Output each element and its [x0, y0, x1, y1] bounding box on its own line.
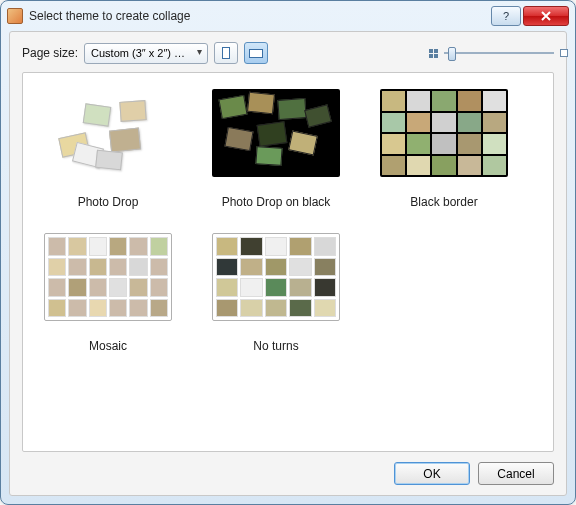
theme-thumbnail [44, 233, 172, 321]
orientation-landscape-button[interactable] [244, 42, 268, 64]
theme-thumbnail [44, 89, 172, 177]
orientation-portrait-button[interactable] [214, 42, 238, 64]
app-icon [7, 8, 23, 24]
theme-label: Photo Drop [33, 195, 183, 209]
close-icon [540, 11, 552, 21]
theme-no-turns[interactable]: No turns [201, 233, 351, 353]
window-title: Select theme to create collage [29, 9, 489, 23]
theme-mosaic[interactable]: Mosaic [33, 233, 183, 353]
theme-thumbnail [212, 233, 340, 321]
theme-label: Photo Drop on black [201, 195, 351, 209]
theme-photo-drop[interactable]: Photo Drop [33, 89, 183, 209]
page-size-combo[interactable]: Custom (3″ x 2″) … [84, 43, 208, 64]
thumbnail-size-slider[interactable] [444, 44, 554, 62]
theme-black-border[interactable]: Black border [369, 89, 519, 209]
client-area: Page size: Custom (3″ x 2″) … [9, 31, 567, 496]
theme-label: No turns [201, 339, 351, 353]
title-bar: Select theme to create collage ? [1, 1, 575, 31]
toolbar: Page size: Custom (3″ x 2″) … [22, 42, 554, 64]
landscape-icon [249, 49, 263, 58]
cancel-button[interactable]: Cancel [478, 462, 554, 485]
portrait-icon [222, 47, 230, 59]
ok-button[interactable]: OK [394, 462, 470, 485]
page-size-label: Page size: [22, 46, 78, 60]
theme-thumbnail [212, 89, 340, 177]
dialog-window: Select theme to create collage ? Page si… [0, 0, 576, 505]
theme-photo-drop-on-black[interactable]: Photo Drop on black [201, 89, 351, 209]
page-size-value: Custom (3″ x 2″) … [91, 47, 185, 59]
themes-panel: Photo Drop [22, 72, 554, 452]
large-thumb-icon [560, 49, 568, 57]
theme-label: Mosaic [33, 339, 183, 353]
theme-label: Black border [369, 195, 519, 209]
dialog-footer: OK Cancel [22, 452, 554, 485]
close-button[interactable] [523, 6, 569, 26]
thumbnail-size-icon [429, 49, 438, 58]
help-button[interactable]: ? [491, 6, 521, 26]
theme-thumbnail [380, 89, 508, 177]
